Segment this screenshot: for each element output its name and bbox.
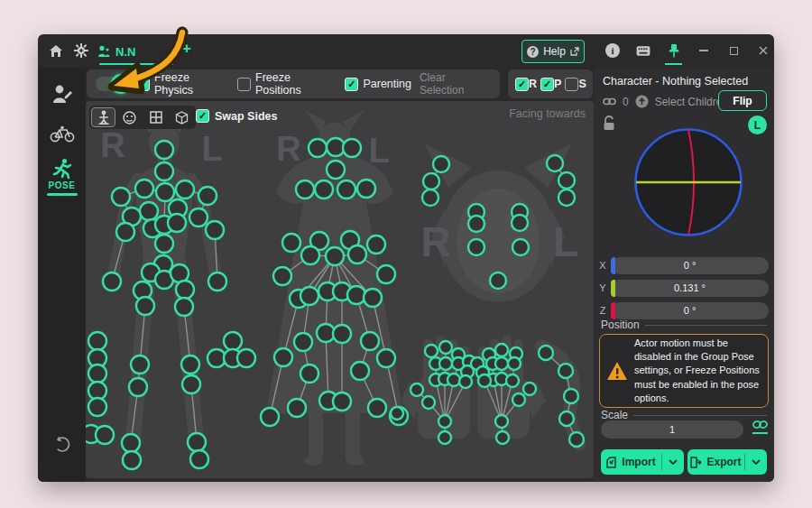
bone-dot[interactable]	[103, 272, 121, 291]
parenting-checkbox[interactable]	[345, 78, 358, 91]
bone-dot[interactable]	[468, 216, 484, 232]
rotation-z-input[interactable]: 0 °	[611, 302, 769, 319]
bone-dot[interactable]	[176, 281, 194, 299]
bone-dot[interactable]	[512, 239, 529, 255]
bone-dot[interactable]	[237, 349, 255, 367]
bone-dot[interactable]	[411, 383, 423, 396]
bone-dot[interactable]	[274, 348, 292, 366]
rotation-filter-checkbox[interactable]	[515, 78, 529, 91]
bone-dot[interactable]	[140, 202, 158, 220]
bone-dot[interactable]	[377, 265, 395, 283]
bone-dot[interactable]	[391, 407, 403, 420]
bone-dot[interactable]	[377, 349, 395, 367]
bone-dot[interactable]	[448, 374, 460, 386]
scale-link-toggle[interactable]	[752, 419, 768, 434]
lock-open-icon[interactable]	[603, 115, 616, 131]
bone-dot[interactable]	[131, 356, 149, 374]
bone-dot[interactable]	[129, 378, 147, 396]
freeze-physics-checkbox[interactable]	[136, 78, 150, 91]
bone-dot[interactable]	[422, 189, 438, 206]
bone-dot[interactable]	[558, 364, 573, 378]
bone-dot[interactable]	[135, 180, 153, 198]
bone-dot[interactable]	[88, 332, 106, 350]
view-cube-button[interactable]	[170, 107, 194, 127]
bone-dot[interactable]	[368, 399, 386, 417]
help-button[interactable]: ? Help	[521, 40, 585, 63]
bone-dot[interactable]	[309, 139, 327, 157]
bone-dot[interactable]	[523, 383, 536, 395]
freeze-positions-checkbox[interactable]	[237, 78, 251, 91]
bone-dot[interactable]	[189, 208, 208, 226]
bone-dot[interactable]	[558, 189, 575, 206]
bone-dot[interactable]	[496, 431, 509, 444]
bone-dot[interactable]	[296, 180, 314, 199]
minimize-button[interactable]	[697, 43, 711, 58]
bone-dot[interactable]	[300, 365, 318, 383]
export-button[interactable]: Export	[687, 456, 744, 468]
flip-button[interactable]: Flip	[718, 90, 767, 111]
bone-dot[interactable]	[425, 345, 438, 357]
bone-dot[interactable]	[315, 180, 333, 199]
rotation-x-input[interactable]: 0 °	[611, 257, 769, 274]
bone-dot[interactable]	[190, 450, 208, 468]
view-face-button[interactable]	[117, 107, 142, 127]
bone-dot[interactable]	[175, 298, 193, 316]
bone-dot[interactable]	[547, 155, 563, 171]
bone-dot[interactable]	[347, 286, 365, 304]
bone-dot[interactable]	[438, 431, 451, 444]
bone-dot[interactable]	[327, 161, 345, 179]
bone-dot[interactable]	[438, 415, 451, 428]
posing-mode-toggle[interactable]	[96, 77, 128, 91]
bone-dot[interactable]	[569, 432, 584, 447]
clear-selection-button[interactable]: Clear Selection	[420, 71, 491, 97]
local-space-badge[interactable]: L	[748, 115, 767, 134]
bone-dot[interactable]	[495, 344, 508, 356]
bone-dot[interactable]	[478, 374, 491, 387]
bone-dot[interactable]	[288, 399, 306, 417]
bone-dot[interactable]	[96, 426, 114, 444]
bone-dot[interactable]	[88, 398, 106, 416]
bone-dot[interactable]	[333, 393, 351, 411]
position-filter-checkbox[interactable]	[540, 78, 554, 91]
view-body-button[interactable]	[91, 107, 115, 127]
bone-dot[interactable]	[495, 415, 508, 428]
bone-dot[interactable]	[188, 433, 206, 451]
bone-dot[interactable]	[512, 215, 528, 231]
bone-dot[interactable]	[176, 180, 194, 199]
bone-dot[interactable]	[490, 272, 506, 289]
bone-dot[interactable]	[348, 245, 366, 263]
bone-dot[interactable]	[294, 333, 312, 351]
settings-gear-icon[interactable]	[72, 42, 90, 60]
new-tab-button[interactable]: +	[182, 40, 191, 58]
swap-sides-checkbox[interactable]	[196, 109, 209, 123]
bone-dot[interactable]	[357, 180, 375, 198]
bone-dot[interactable]	[301, 246, 319, 264]
bone-dot[interactable]	[512, 393, 525, 406]
undo-button[interactable]	[38, 436, 86, 452]
bone-dot[interactable]	[361, 332, 379, 350]
bone-dot[interactable]	[506, 374, 519, 387]
bone-dot[interactable]	[439, 357, 452, 370]
maximize-button[interactable]	[726, 43, 741, 58]
pin-icon[interactable]	[667, 43, 681, 58]
bone-dot[interactable]	[88, 365, 106, 383]
bone-dot[interactable]	[282, 234, 300, 252]
pose-canvas[interactable]: RLRLRL Swap Sides Facing towards	[86, 101, 594, 478]
bone-dot[interactable]	[539, 346, 553, 360]
bone-dot[interactable]	[326, 247, 344, 265]
bone-dot[interactable]	[333, 325, 351, 343]
bone-dot[interactable]	[351, 362, 369, 380]
bone-dot[interactable]	[495, 357, 508, 370]
bone-dot[interactable]	[182, 375, 200, 393]
rotation-y-input[interactable]: 0.131 °	[611, 280, 769, 297]
sidebar-item-actors[interactable]	[38, 84, 86, 104]
bone-dot[interactable]	[423, 173, 439, 189]
bone-dot[interactable]	[208, 272, 226, 291]
bone-dot[interactable]	[156, 183, 174, 201]
bone-dot[interactable]	[122, 434, 140, 452]
bone-dot[interactable]	[123, 451, 141, 469]
bone-dot[interactable]	[337, 180, 355, 199]
bone-dot[interactable]	[300, 287, 318, 305]
import-dropdown-button[interactable]	[662, 459, 684, 465]
bone-dot[interactable]	[224, 332, 242, 350]
